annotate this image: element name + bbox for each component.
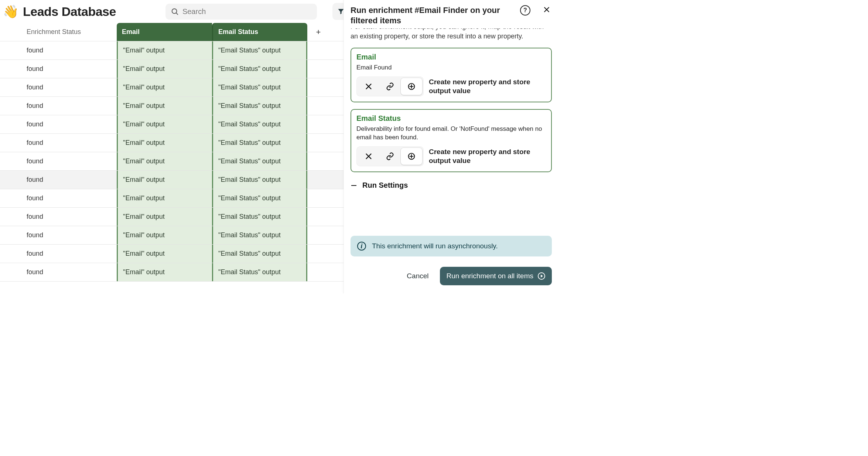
cell-enrichment-status: found bbox=[0, 134, 117, 152]
cell-email: "Email" output bbox=[117, 171, 212, 189]
cell-email: "Email" output bbox=[117, 226, 212, 244]
output-name: Email Status bbox=[356, 114, 546, 123]
run-button-label: Run enrichment on all items bbox=[447, 272, 534, 280]
cell-enrichment-status: found bbox=[0, 263, 117, 281]
panel-footer: i This enrichment will run asynchronousl… bbox=[344, 229, 558, 293]
panel-scroll-area: For each enrichment output, you can igno… bbox=[344, 28, 558, 206]
ignore-output-button[interactable] bbox=[358, 148, 379, 165]
cell-email: "Email" output bbox=[117, 115, 212, 133]
add-column-button[interactable]: + bbox=[307, 23, 329, 41]
plus-icon bbox=[407, 152, 416, 160]
search-wrap: Search bbox=[165, 4, 317, 20]
output-description: Email Found bbox=[356, 64, 546, 72]
output-name: Email bbox=[356, 53, 546, 61]
cell-email-status: "Email Status" output bbox=[212, 226, 307, 244]
cell-enrichment-status: found bbox=[0, 78, 117, 96]
panel-actions: Cancel Run enrichment on all items bbox=[351, 267, 552, 285]
cell-enrichment-status: found bbox=[0, 41, 117, 59]
cell-email-status: "Email Status" output bbox=[212, 60, 307, 78]
async-info-text: This enrichment will run asynchronously. bbox=[372, 242, 498, 250]
link-icon bbox=[386, 152, 394, 160]
panel-intro-text: For each enrichment output, you can igno… bbox=[351, 28, 552, 41]
cell-email-status: "Email Status" output bbox=[212, 189, 307, 207]
cell-email: "Email" output bbox=[117, 208, 212, 226]
cell-email: "Email" output bbox=[117, 41, 212, 59]
output-mapping-selector: Create new property and store output val… bbox=[356, 146, 546, 166]
selected-mapping-label: Create new property and store output val… bbox=[429, 147, 546, 165]
cell-email: "Email" output bbox=[117, 152, 212, 170]
x-icon bbox=[365, 82, 373, 91]
cell-email: "Email" output bbox=[117, 97, 212, 115]
output-mapping-selector: Create new property and store output val… bbox=[356, 76, 546, 96]
wave-emoji: 👋 bbox=[3, 5, 18, 18]
map-output-button[interactable] bbox=[379, 78, 401, 95]
cell-email-status: "Email Status" output bbox=[212, 115, 307, 133]
cell-email: "Email" output bbox=[117, 134, 212, 152]
output-card: EmailEmail FoundCreate new property and … bbox=[351, 48, 552, 102]
run-enrichment-button[interactable]: Run enrichment on all items bbox=[440, 267, 552, 285]
run-settings-label: Run Settings bbox=[362, 181, 408, 190]
cell-email: "Email" output bbox=[117, 78, 212, 96]
ignore-output-button[interactable] bbox=[358, 78, 379, 95]
cell-enrichment-status: found bbox=[0, 60, 117, 78]
segmented-control bbox=[356, 76, 424, 96]
selected-mapping-label: Create new property and store output val… bbox=[429, 78, 546, 95]
cell-email-status: "Email Status" output bbox=[212, 78, 307, 96]
new-property-button[interactable] bbox=[401, 148, 422, 165]
cell-enrichment-status: found bbox=[0, 189, 117, 207]
search-input[interactable]: Search bbox=[165, 4, 317, 20]
col-header-enrichment-status[interactable]: Enrichment Status bbox=[0, 23, 117, 41]
plus-icon: + bbox=[316, 27, 321, 37]
close-panel-button[interactable] bbox=[541, 5, 552, 16]
map-output-button[interactable] bbox=[379, 148, 401, 165]
cell-email-status: "Email Status" output bbox=[212, 134, 307, 152]
title-wrap: 👋 Leads Database bbox=[3, 4, 116, 19]
output-card: Email StatusDeliverability info for foun… bbox=[351, 109, 552, 172]
cell-enrichment-status: found bbox=[0, 171, 117, 189]
async-info-banner: i This enrichment will run asynchronousl… bbox=[351, 236, 552, 256]
play-icon bbox=[538, 272, 545, 280]
panel-title: Run enrichment #Email Finder on your fil… bbox=[351, 5, 516, 25]
cell-email-status: "Email Status" output bbox=[212, 171, 307, 189]
link-icon bbox=[386, 82, 394, 91]
cell-enrichment-status: found bbox=[0, 208, 117, 226]
search-placeholder: Search bbox=[182, 7, 206, 16]
new-property-button[interactable] bbox=[401, 78, 422, 95]
search-icon bbox=[171, 7, 179, 16]
cell-enrichment-status: found bbox=[0, 97, 117, 115]
enrichment-panel: Run enrichment #Email Finder on your fil… bbox=[344, 0, 558, 293]
cell-email: "Email" output bbox=[117, 189, 212, 207]
cell-email-status: "Email Status" output bbox=[212, 263, 307, 281]
panel-header: Run enrichment #Email Finder on your fil… bbox=[344, 0, 558, 28]
col-header-email-status[interactable]: Email Status bbox=[212, 23, 307, 41]
cancel-button[interactable]: Cancel bbox=[407, 272, 428, 280]
output-description: Deliverability info for found email. Or … bbox=[356, 125, 546, 142]
col-header-email[interactable]: Email bbox=[117, 23, 212, 41]
minus-icon bbox=[351, 182, 357, 189]
cell-email-status: "Email Status" output bbox=[212, 208, 307, 226]
cell-enrichment-status: found bbox=[0, 115, 117, 133]
cell-email-status: "Email Status" output bbox=[212, 245, 307, 263]
cell-email-status: "Email Status" output bbox=[212, 152, 307, 170]
plus-icon bbox=[407, 82, 416, 91]
info-icon: i bbox=[357, 242, 366, 251]
segmented-control bbox=[356, 146, 424, 166]
svg-line-1 bbox=[176, 13, 178, 14]
cell-enrichment-status: found bbox=[0, 245, 117, 263]
cell-email: "Email" output bbox=[117, 245, 212, 263]
cell-email-status: "Email Status" output bbox=[212, 41, 307, 59]
run-settings-toggle[interactable]: Run Settings bbox=[351, 181, 552, 190]
close-icon bbox=[543, 6, 550, 13]
cell-email-status: "Email Status" output bbox=[212, 97, 307, 115]
help-button[interactable]: ? bbox=[520, 5, 530, 16]
question-icon: ? bbox=[523, 7, 527, 14]
cell-enrichment-status: found bbox=[0, 226, 117, 244]
cell-enrichment-status: found bbox=[0, 152, 117, 170]
page-title: Leads Database bbox=[23, 4, 116, 19]
cell-email: "Email" output bbox=[117, 263, 212, 281]
x-icon bbox=[365, 152, 373, 160]
cell-email: "Email" output bbox=[117, 60, 212, 78]
